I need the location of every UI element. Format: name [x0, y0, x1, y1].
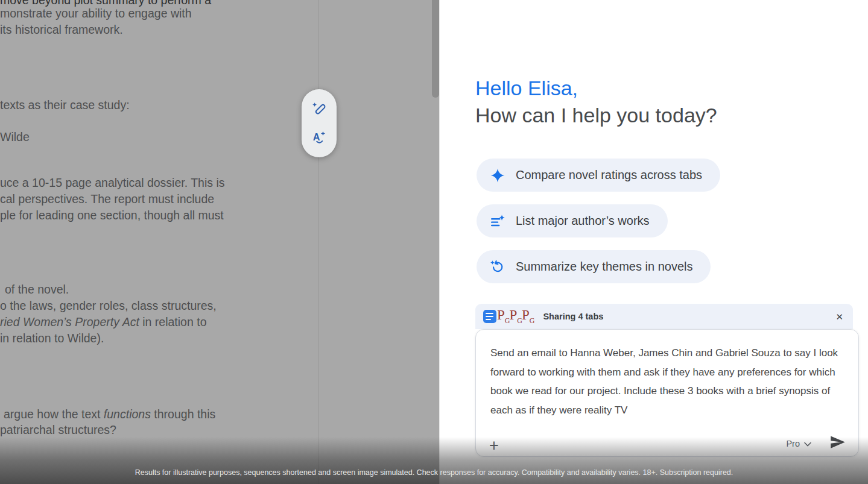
- greeting: Hello Elisa,: [475, 75, 717, 102]
- document-line: ple for leading one section, though all …: [0, 207, 224, 224]
- document-line: of the novel.: [5, 281, 69, 298]
- shared-tab-favicon-gutenberg: PG: [509, 309, 522, 324]
- add-attachment-button[interactable]: +: [489, 438, 499, 454]
- document-line: cal perspectives. The report must includ…: [0, 191, 214, 207]
- document-line: uce a 10-15 page analytical dossier. Thi…: [0, 175, 225, 191]
- document-line: texts as their case study:: [0, 97, 130, 113]
- prompt-text[interactable]: Send an email to Hanna Weber, James Chin…: [476, 330, 858, 420]
- help-me-write-button[interactable]: [309, 98, 329, 119]
- document-line: o the laws, gender roles, class structur…: [0, 298, 217, 314]
- shared-tab-favicon-gutenberg: PG: [522, 309, 534, 324]
- greeting-subtitle: How can I help you today?: [475, 102, 717, 129]
- document-line: ried Women’s Property Act in relation to: [0, 314, 207, 330]
- document-line: its historical framework.: [0, 22, 123, 38]
- suggestion-chip[interactable]: List major author’s works: [477, 204, 668, 237]
- document-text-layer: move beyond plot summary to perform amon…: [0, 0, 439, 484]
- shared-tab-favicon-gutenberg: PG: [497, 309, 510, 324]
- shared-tab-favicons: PGPGPG: [483, 309, 534, 324]
- close-icon[interactable]: ✕: [835, 312, 843, 321]
- suggestion-chips: Compare novel ratings across tabsList ma…: [477, 159, 720, 283]
- tab-sharing-label: Sharing 4 tabs: [543, 312, 603, 321]
- footer-disclaimer: Results for illustrative purposes, seque…: [0, 468, 868, 477]
- document-line: Wilde: [0, 129, 30, 145]
- document-scrollbar[interactable]: [432, 0, 439, 98]
- proofread-button[interactable]: A: [309, 128, 329, 148]
- suggestion-chip-label: Summarize key themes in novels: [516, 260, 692, 274]
- send-icon: [829, 434, 846, 452]
- send-button[interactable]: [828, 434, 846, 452]
- model-selector-label: Pro: [786, 439, 800, 448]
- suggestion-chip-label: List major author’s works: [516, 214, 650, 228]
- document-line: argue how the text functions through thi…: [4, 406, 215, 423]
- chevron-down-icon: [804, 439, 811, 448]
- screen: move beyond plot summary to perform amon…: [0, 0, 868, 484]
- list-sparkle-icon: [490, 213, 505, 229]
- gemini-side-panel: Hello Elisa, How can I help you today? C…: [439, 0, 868, 484]
- model-selector[interactable]: Pro: [786, 439, 811, 448]
- suggestion-chip-label: Compare novel ratings across tabs: [516, 168, 702, 182]
- help-me-write-icon: [311, 100, 327, 118]
- document-line: monstrate your ability to engage with: [0, 5, 192, 22]
- gemini-sparkle-icon: [490, 168, 505, 183]
- composer-card: PGPGPG Sharing 4 tabs ✕ Send an email to…: [475, 304, 859, 457]
- document-line: in relation to Wilde).: [0, 330, 104, 347]
- suggestion-chip[interactable]: Compare novel ratings across tabs: [477, 159, 720, 192]
- background-document: move beyond plot summary to perform amon…: [0, 0, 439, 484]
- proofread-icon: A: [311, 130, 327, 147]
- svg-text:A: A: [313, 131, 320, 142]
- selection-toolbar: A: [302, 89, 337, 157]
- shared-tab-favicon-doc: [483, 310, 496, 323]
- document-line: patriarchal structures?: [0, 422, 116, 438]
- prompt-input[interactable]: Send an email to Hanna Weber, James Chin…: [475, 329, 859, 457]
- recap-sparkle-icon: [490, 259, 505, 275]
- suggestion-chip[interactable]: Summarize key themes in novels: [477, 250, 711, 283]
- tab-sharing-bar: PGPGPG Sharing 4 tabs ✕: [475, 304, 853, 329]
- greeting-block: Hello Elisa, How can I help you today?: [475, 75, 717, 129]
